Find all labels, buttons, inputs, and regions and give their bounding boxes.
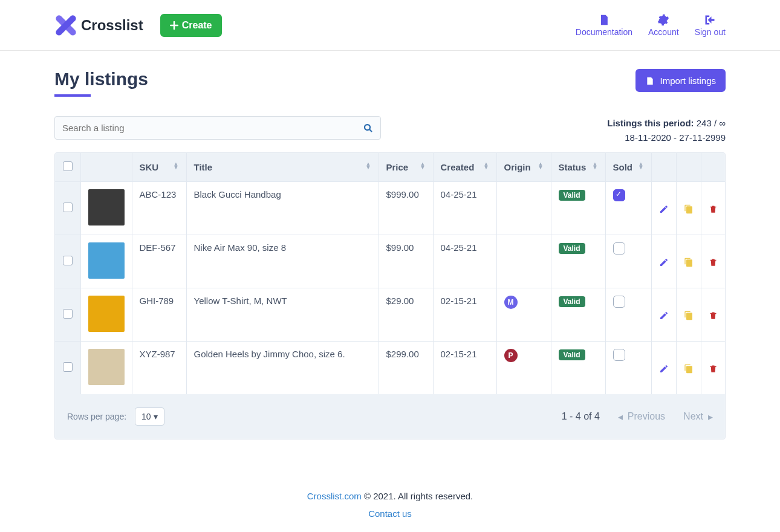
- listing-thumbnail[interactable]: [88, 296, 125, 332]
- search-icon[interactable]: [363, 123, 374, 134]
- copy-icon[interactable]: [684, 362, 694, 372]
- cell-title: Golden Heels by Jimmy Choo, size 6.: [186, 342, 379, 395]
- page-title: My listings: [54, 69, 160, 97]
- sold-checkbox[interactable]: [613, 349, 625, 361]
- row-checkbox[interactable]: [63, 309, 73, 319]
- sold-checkbox[interactable]: [613, 296, 625, 308]
- logo-mark-icon: [54, 14, 77, 37]
- copy-icon[interactable]: [684, 309, 694, 319]
- page-range: 1 - 4 of 4: [562, 411, 600, 422]
- brand-logo[interactable]: Crosslist: [54, 14, 143, 37]
- sort-icon: ▲▼: [366, 162, 371, 169]
- create-label: Create: [182, 20, 212, 31]
- documentation-icon: [598, 14, 610, 26]
- create-button[interactable]: Create: [160, 14, 222, 37]
- origin-badge: M: [504, 296, 518, 309]
- cell-sold: [605, 182, 651, 235]
- row-checkbox[interactable]: [63, 203, 73, 212]
- header: Crosslist Create Documentation Account: [0, 0, 780, 51]
- header-nav: Documentation Account Sign out: [576, 14, 726, 37]
- cell-title: Yellow T-Shirt, M, NWT: [186, 288, 379, 342]
- nav-signout[interactable]: Sign out: [695, 14, 726, 37]
- sort-icon: ▲▼: [174, 162, 179, 169]
- toolbar: Listings this period: 243 / ∞ 18-11-2020…: [54, 116, 726, 145]
- trash-icon[interactable]: [709, 362, 718, 372]
- col-price[interactable]: Price▲▼: [379, 153, 433, 182]
- chevron-down-icon: ▾: [154, 412, 158, 421]
- chevron-left-icon: ◂: [618, 411, 623, 423]
- cell-sold: [605, 235, 651, 288]
- trash-icon[interactable]: [709, 203, 718, 213]
- row-checkbox[interactable]: [63, 362, 73, 372]
- edit-icon[interactable]: [659, 203, 669, 213]
- chevron-right-icon: ▸: [708, 411, 713, 423]
- pager: 1 - 4 of 4 ◂ Previous Next ▸: [562, 411, 713, 423]
- cell-sold: [605, 342, 651, 395]
- sort-icon: ▲▼: [484, 162, 489, 169]
- footer-contact[interactable]: Contact us: [368, 508, 412, 519]
- table-footer: Rows per page: 10 ▾ 1 - 4 of 4 ◂ Previou…: [55, 394, 725, 439]
- col-thumb: [80, 153, 132, 182]
- col-edit: [651, 153, 676, 182]
- listing-thumbnail[interactable]: [88, 189, 125, 225]
- cell-sku: XYZ-987: [132, 342, 186, 395]
- sort-icon: ▲▼: [593, 162, 598, 169]
- cell-status: Valid: [551, 182, 605, 235]
- cell-created: 02-15-21: [433, 342, 496, 395]
- trash-icon[interactable]: [709, 309, 718, 319]
- trash-icon[interactable]: [709, 256, 718, 266]
- import-listings-button[interactable]: Import listings: [635, 69, 726, 92]
- row-checkbox[interactable]: [63, 256, 73, 265]
- select-all-checkbox[interactable]: [63, 161, 73, 171]
- cell-origin: [496, 235, 551, 288]
- next-button[interactable]: Next ▸: [683, 411, 713, 423]
- col-created[interactable]: Created▲▼: [433, 153, 496, 182]
- rows-per-page: Rows per page: 10 ▾: [67, 407, 164, 426]
- footer-link[interactable]: Crosslist.com: [307, 491, 362, 501]
- col-sku[interactable]: SKU▲▼: [132, 153, 186, 182]
- rows-select[interactable]: 10 ▾: [135, 407, 164, 426]
- period-value: 243 / ∞: [697, 118, 726, 128]
- period-range: 18-11-2020 - 27-11-2999: [607, 131, 726, 145]
- edit-icon[interactable]: [659, 256, 669, 266]
- page-head: My listings Import listings: [54, 65, 726, 99]
- period-stats: Listings this period: 243 / ∞ 18-11-2020…: [607, 116, 726, 145]
- edit-icon[interactable]: [659, 309, 669, 319]
- cell-sku: DEF-567: [132, 235, 186, 288]
- search-input[interactable]: [54, 116, 381, 140]
- nav-label: Sign out: [695, 27, 726, 37]
- edit-icon[interactable]: [659, 362, 669, 372]
- col-status[interactable]: Status▲▼: [551, 153, 605, 182]
- origin-badge: P: [504, 349, 518, 362]
- sold-checkbox[interactable]: [613, 189, 625, 201]
- import-icon: [645, 75, 655, 86]
- cell-origin: P: [496, 342, 551, 395]
- col-origin[interactable]: Origin▲▼: [496, 153, 551, 182]
- col-sold[interactable]: Sold▲▼: [605, 153, 651, 182]
- table-row: XYZ-987Golden Heels by Jimmy Choo, size …: [55, 342, 725, 395]
- copy-icon[interactable]: [684, 203, 694, 213]
- col-copy: [676, 153, 701, 182]
- cell-price: $99.00: [379, 235, 433, 288]
- nav-documentation[interactable]: Documentation: [576, 14, 632, 37]
- nav-account[interactable]: Account: [648, 14, 679, 37]
- col-title[interactable]: Title▲▼: [186, 153, 379, 182]
- prev-button[interactable]: ◂ Previous: [618, 411, 665, 423]
- plus-icon: [170, 20, 178, 31]
- sold-checkbox[interactable]: [613, 242, 625, 255]
- sort-icon: ▲▼: [639, 162, 644, 169]
- period-label: Listings this period:: [607, 118, 694, 128]
- cell-title: Nike Air Max 90, size 8: [186, 235, 379, 288]
- cell-sku: GHI-789: [132, 288, 186, 342]
- cell-created: 04-25-21: [433, 182, 496, 235]
- cell-origin: [496, 182, 551, 235]
- listings-table: SKU▲▼ Title▲▼ Price▲▼ Created▲▼ Origin▲▼…: [54, 152, 726, 440]
- cell-status: Valid: [551, 288, 605, 342]
- listing-thumbnail[interactable]: [88, 242, 125, 279]
- search-wrap: [54, 116, 381, 140]
- copy-icon[interactable]: [684, 256, 694, 266]
- rows-label: Rows per page:: [67, 412, 126, 421]
- cell-title: Black Gucci Handbag: [186, 182, 379, 235]
- listing-thumbnail[interactable]: [88, 349, 125, 385]
- cell-created: 04-25-21: [433, 235, 496, 288]
